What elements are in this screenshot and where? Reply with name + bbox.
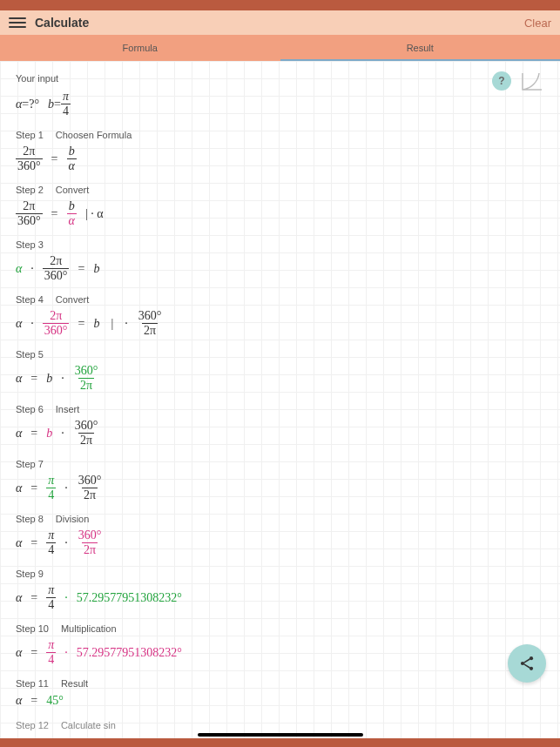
status-strip [0,0,560,10]
help-button[interactable]: ? [492,71,511,91]
home-indicator [198,733,363,737]
content-scroll[interactable]: ? Your input α = ?° b = π4 Step 1Choosen… [0,61,560,738]
op-bar: | · α [85,207,104,221]
step-num: Step 1 [16,130,44,140]
step-3: Step 3 α · 2π360° = b [16,239,544,282]
step-5: Step 5 α = b · 360°2π [16,349,544,392]
input-expression: α = ?° b = π4 [16,91,544,118]
sym-alpha: α [16,98,22,111]
step-num: Step 4 [16,294,44,305]
step-1: Step 1Choosen Formula 2π360° = bα [16,130,544,172]
angle-mode-icon[interactable] [520,68,544,92]
step-title: Multiplication [61,623,117,634]
step-8: Step 8Division α = π4 · 360°2π [16,514,544,556]
menu-icon[interactable] [9,14,26,31]
sym-eq: = [22,98,29,111]
sym-qmark: ?° [29,98,39,111]
step-9: Step 9 α = π4 · 57.29577951308232° [16,569,544,611]
step-title: Convert [56,294,90,305]
step-num: Step 2 [16,185,44,195]
step-6: Step 6Insert α = b · 360°2π [16,404,544,447]
step-12: Step 12Calculate sin [16,720,544,730]
ratio-value: 57.29577951308232° [77,591,182,605]
sym-eq2: = [54,98,61,111]
step-num: Step 7 [16,459,44,469]
share-icon [518,655,536,672]
step-num: Step 6 [16,404,44,414]
step-title: Insert [56,404,80,414]
step-num: Step 11 [16,678,49,689]
result-value: 45° [46,694,64,708]
sym-b: b [48,98,54,111]
step-title: Choosen Formula [56,130,132,140]
step-title: Convert [56,185,90,195]
share-button[interactable] [508,644,546,683]
step-title: Calculate sin [61,720,116,730]
step-11: Step 11Result α = 45° [16,678,544,708]
step-num: Step 3 [16,239,44,250]
step-num: Step 5 [16,349,44,360]
step-num: Step 9 [16,569,44,579]
tab-result[interactable]: Result [280,35,561,61]
step-7: Step 7 α = π4 · 360°2π [16,459,544,501]
step-num: Step 8 [16,514,44,524]
tab-formula[interactable]: Formula [0,35,280,61]
tab-bar: Formula Result [0,35,560,61]
step-title: Result [61,678,88,689]
app-bar: Calculate Clear [0,10,560,35]
step-num: Step 12 [16,720,49,730]
step-10: Step 10Multiplication α = π4 · 57.295779… [16,623,544,666]
input-label: Your input [16,73,544,84]
step-4: Step 4Convert α · 2π360° = b |· 360°2π [16,294,544,337]
step-2: Step 2Convert 2π360° = bα | · α [16,185,544,227]
step-title: Division [56,514,90,524]
bottom-strip [0,738,560,747]
app-title: Calculate [35,16,89,30]
clear-button[interactable]: Clear [524,17,551,30]
step-num: Step 10 [16,623,49,634]
